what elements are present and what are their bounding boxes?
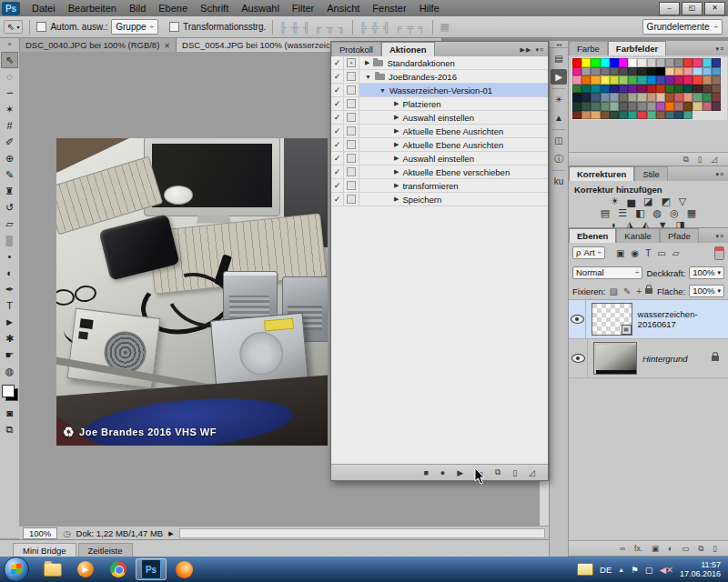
action-dialog-toggle[interactable] (344, 193, 359, 206)
healing-brush-tool[interactable]: ⊕ (1, 150, 18, 166)
layer-row-Hintergrund[interactable]: Hintergrund (569, 339, 728, 378)
action-check-icon[interactable]: ✓ (331, 179, 344, 192)
action-label-cell[interactable]: ▶Standardaktionen (359, 56, 548, 69)
start-button[interactable] (4, 557, 29, 582)
action-check-icon[interactable]: ✓ (331, 166, 344, 178)
action-dialog-toggle[interactable] (344, 179, 359, 192)
color-swatch-8[interactable] (647, 58, 656, 67)
color-swatch-4[interactable] (610, 58, 619, 67)
filter-toggle-switch[interactable] (714, 246, 724, 260)
taskbar-photoshop[interactable]: Ps (136, 558, 167, 580)
color-swatch-49[interactable] (581, 85, 591, 94)
action-row-8[interactable]: ✓▶Aktuelle Ebene verschieben (331, 166, 548, 179)
document-tab-1[interactable]: DSC_0040.JPG bei 100% (RGB/8)✕ (20, 38, 177, 52)
action-row-7[interactable]: ✓▶Auswahl einstellen (331, 152, 548, 166)
action-dialog-toggle[interactable] (344, 84, 359, 96)
clock[interactable]: 11:57 17.06.2016 (680, 560, 721, 578)
expand-arrow-icon[interactable]: ▼ (365, 74, 371, 80)
layer-name[interactable]: wasserzeichen-20160617 (638, 309, 728, 329)
layer-thumbnail[interactable] (593, 342, 637, 375)
color-swatch-69[interactable] (619, 93, 628, 102)
zoom-level-field[interactable]: 100% (23, 527, 57, 539)
color-swatch-27[interactable] (674, 67, 683, 76)
tab-aktionen[interactable]: Aktionen (381, 42, 435, 56)
action-check-icon[interactable]: ✓ (331, 152, 344, 165)
expand-arrow-icon[interactable]: ▶ (394, 141, 399, 148)
color-swatch-30[interactable] (703, 67, 712, 76)
color-swatch-10[interactable] (665, 58, 674, 67)
action-check-icon[interactable]: ✓ (331, 125, 344, 137)
tab-pfade[interactable]: Pfade (660, 228, 699, 243)
color-swatch-46[interactable] (703, 75, 712, 85)
color-swatch-83[interactable] (601, 102, 610, 111)
action-check-icon[interactable]: ✓ (331, 193, 344, 206)
action-dialog-toggle[interactable] (344, 138, 359, 151)
color-swatch-94[interactable] (703, 102, 712, 111)
color-swatch-37[interactable] (619, 75, 628, 85)
action-dialog-toggle[interactable] (344, 97, 359, 110)
expand-arrow-icon[interactable]: ▶ (394, 114, 399, 121)
resize-corner-icon[interactable]: ◿ (529, 468, 535, 477)
shape-tool[interactable]: ✱ (1, 330, 18, 346)
lock-paint-icon[interactable]: ✎ (623, 286, 631, 296)
auto-select-checkbox[interactable] (36, 22, 46, 32)
color-swatch-77[interactable] (693, 93, 702, 102)
delete-button[interactable]: ▯ (512, 468, 517, 477)
volume-muted-icon[interactable]: ◀✕ (660, 565, 673, 575)
color-swatch-73[interactable] (656, 93, 665, 102)
move-tool[interactable]: ⇖ (1, 52, 18, 68)
color-lookup-icon[interactable]: ▦ (687, 207, 696, 219)
layer-visibility-toggle[interactable] (569, 339, 588, 377)
color-swatch-35[interactable] (601, 75, 610, 85)
color-swatch-76[interactable] (683, 93, 693, 102)
taskbar-firefox[interactable] (168, 558, 199, 580)
black-white-icon[interactable]: ◧ (635, 207, 644, 219)
action-label-cell[interactable]: ▶Speichern (359, 193, 548, 206)
color-swatch-64[interactable] (572, 93, 581, 102)
foreground-color-chip[interactable] (2, 385, 15, 397)
brush-tool[interactable]: ✎ (1, 166, 18, 183)
type-tool[interactable]: T (1, 297, 18, 314)
color-swatch-11[interactable] (674, 58, 683, 67)
expand-arrow-icon[interactable]: ▶ (394, 196, 399, 203)
color-swatch-78[interactable] (703, 93, 712, 102)
action-label-cell[interactable]: ▶Platzieren (359, 97, 548, 110)
transform-controls-checkbox[interactable] (169, 22, 179, 32)
color-swatch-9[interactable] (656, 58, 665, 67)
color-swatch-20[interactable] (610, 67, 619, 76)
color-swatch-89[interactable] (656, 102, 665, 111)
action-check-icon[interactable]: ✓ (331, 111, 344, 124)
color-swatch-40[interactable] (647, 75, 656, 85)
new-set-button[interactable]: ▭ (475, 468, 483, 477)
color-swatch-103[interactable] (637, 111, 646, 120)
filter-pixel-layers-icon[interactable]: ▣ (616, 248, 624, 258)
menu-auswahl[interactable]: Auswahl (235, 0, 286, 16)
color-swatch-39[interactable] (637, 75, 646, 85)
delete-swatch-icon[interactable]: ▯ (698, 155, 703, 164)
action-row-3[interactable]: ✓▶Platzieren (331, 97, 548, 111)
action-center-icon[interactable]: ⚑ (631, 565, 639, 575)
color-swatch-108[interactable] (683, 111, 693, 120)
panel-collapse-icon[interactable]: ▶▶ (521, 46, 536, 56)
zoom-tool[interactable]: ◍ (1, 363, 18, 379)
taskbar-chrome[interactable] (103, 558, 134, 580)
tab-zeitleiste[interactable]: Zeitleiste (78, 543, 133, 557)
action-row-0[interactable]: ✓▪▶Standardaktionen (331, 56, 548, 70)
photo-filter-icon[interactable]: ◍ (653, 207, 662, 219)
action-dialog-toggle[interactable] (344, 152, 359, 165)
auto-select-dropdown[interactable]: Gruppe ÷ (111, 19, 158, 35)
color-swatch-50[interactable] (591, 85, 600, 94)
align-icons[interactable]: ╟ ╫ ╢ ╓ ╥ ╖ (279, 22, 346, 33)
color-swatch-91[interactable] (674, 102, 683, 111)
histogramm-panel-icon[interactable]: ▲ (551, 110, 567, 125)
color-swatch-80[interactable] (572, 102, 581, 111)
panel-menu-icon[interactable]: ▾≡ (535, 46, 548, 56)
color-swatch-15[interactable] (712, 58, 721, 67)
color-swatch-56[interactable] (647, 85, 656, 94)
menu-datei[interactable]: Datei (25, 0, 62, 16)
action-check-icon[interactable]: ✓ (331, 56, 344, 69)
color-swatch-52[interactable] (610, 85, 619, 94)
color-swatch-5[interactable] (619, 58, 628, 67)
marquee-tool[interactable]: ◌ (1, 68, 18, 85)
action-label-cell[interactable]: ▼JoeBrandes-2016 (359, 70, 548, 83)
